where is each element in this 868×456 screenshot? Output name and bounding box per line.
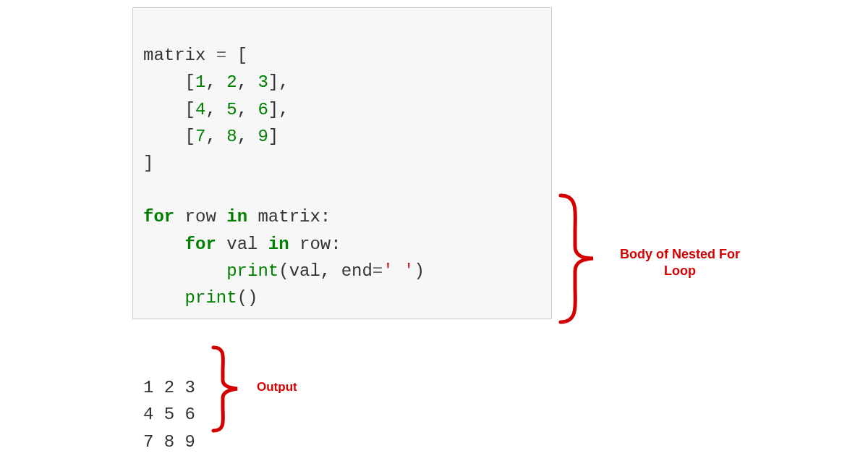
brace-body-icon [557,192,600,326]
output-line-1: 1 2 3 [143,378,195,397]
code-line-1: matrix = [ [143,46,247,65]
label-output: Output [257,380,297,394]
code-line-2: [1, 2, 3], [143,72,289,92]
output-block: 1 2 3 4 5 6 7 8 9 [143,347,195,455]
code-block: matrix = [ [1, 2, 3], [4, 5, 6], [7, 8, … [132,7,552,319]
code-line-10: print() [143,288,258,308]
brace-output-icon [210,344,242,434]
code-line-5: ] [143,153,153,173]
code-line-3: [4, 5, 6], [143,100,289,119]
code-line-4: [7, 8, 9] [143,127,278,146]
code-line-7: for row in matrix: [143,207,331,227]
output-line-3: 7 8 9 [143,432,195,452]
code-line-8: for val in row: [143,235,341,254]
output-line-2: 4 5 6 [143,405,195,424]
label-body: Body of Nested For Loop [608,246,752,280]
code-line-9: print(val, end=' ') [143,261,425,281]
